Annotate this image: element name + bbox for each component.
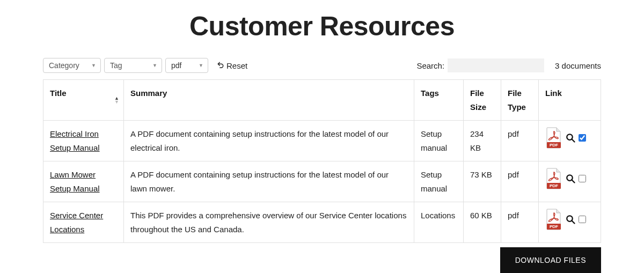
svg-line-7 — [572, 180, 574, 182]
column-header-summary[interactable]: Summary — [124, 80, 414, 121]
toolbar: Category ▼ Tag ▼ pdf ▼ Reset — [43, 58, 601, 73]
category-filter[interactable]: Category ▼ — [43, 58, 101, 73]
page-title: Customer Resources — [43, 11, 601, 42]
select-row-checkbox[interactable] — [579, 175, 586, 182]
svg-text:PDF: PDF — [550, 143, 558, 147]
svg-text:PDF: PDF — [550, 183, 558, 188]
svg-line-11 — [572, 220, 574, 223]
pdf-file-icon[interactable]: PDF — [545, 168, 562, 189]
table-row: Lawn Mower Setup Manual A PDF document c… — [43, 161, 601, 202]
filetype-filter[interactable]: pdf ▼ — [165, 58, 208, 73]
column-header-tags[interactable]: Tags — [414, 80, 464, 121]
preview-icon[interactable] — [566, 133, 575, 143]
document-file-type: pdf — [501, 202, 539, 243]
column-header-title-label: Title — [50, 88, 67, 98]
table-row: Service Center Locations This PDF provid… — [43, 202, 601, 243]
svg-line-3 — [572, 139, 574, 142]
document-summary: A PDF document containing setup instruct… — [124, 161, 414, 202]
search-label: Search: — [416, 61, 444, 70]
search-input[interactable] — [448, 58, 544, 72]
undo-icon — [217, 61, 224, 70]
reset-button[interactable]: Reset — [217, 61, 247, 70]
tag-filter-label: Tag — [110, 61, 122, 70]
reset-label: Reset — [226, 61, 247, 70]
documents-table: Title ▲▼ Summary Tags File Size File Typ… — [43, 79, 601, 243]
column-header-title[interactable]: Title ▲▼ — [43, 80, 124, 121]
column-header-file-type[interactable]: File Type — [501, 80, 539, 121]
document-file-type: pdf — [501, 121, 539, 161]
document-file-size: 73 KB — [464, 161, 501, 202]
column-header-link[interactable]: Link — [539, 80, 601, 121]
document-tags: Setup manual — [414, 121, 464, 161]
document-file-type: pdf — [501, 161, 539, 202]
chevron-down-icon: ▼ — [199, 63, 203, 68]
preview-icon[interactable] — [566, 174, 575, 183]
document-tags: Setup manual — [414, 161, 464, 202]
filetype-filter-value: pdf — [171, 61, 181, 70]
download-files-button[interactable]: DOWNLOAD FILES — [500, 247, 601, 273]
document-summary: A PDF document containing setup instruct… — [124, 121, 414, 161]
search-group: Search: — [416, 58, 544, 72]
document-title-link[interactable]: Electrical Iron Setup Manual — [50, 129, 100, 152]
sort-indicator: ▲▼ — [114, 96, 119, 104]
chevron-down-icon: ▼ — [152, 63, 157, 68]
column-header-file-size[interactable]: File Size — [464, 80, 501, 121]
document-title-link[interactable]: Lawn Mower Setup Manual — [50, 170, 100, 193]
document-tags: Locations — [414, 202, 464, 243]
filter-group: Category ▼ Tag ▼ pdf ▼ Reset — [43, 58, 247, 73]
chevron-down-icon: ▼ — [91, 63, 96, 68]
svg-text:PDF: PDF — [550, 224, 558, 229]
document-file-size: 234 KB — [464, 121, 501, 161]
tag-filter[interactable]: Tag ▼ — [104, 58, 162, 73]
document-summary: This PDF provides a comprehensive overvi… — [124, 202, 414, 243]
document-count: 3 documents — [555, 61, 601, 70]
pdf-file-icon[interactable]: PDF — [545, 127, 562, 149]
document-file-size: 60 KB — [464, 202, 501, 243]
select-row-checkbox[interactable] — [579, 216, 586, 223]
pdf-file-icon[interactable]: PDF — [545, 209, 562, 230]
category-filter-label: Category — [49, 61, 79, 70]
document-title-link[interactable]: Service Center Locations — [50, 211, 103, 234]
table-row: Electrical Iron Setup Manual A PDF docum… — [43, 121, 601, 161]
preview-icon[interactable] — [566, 215, 575, 224]
select-row-checkbox[interactable] — [579, 134, 586, 142]
